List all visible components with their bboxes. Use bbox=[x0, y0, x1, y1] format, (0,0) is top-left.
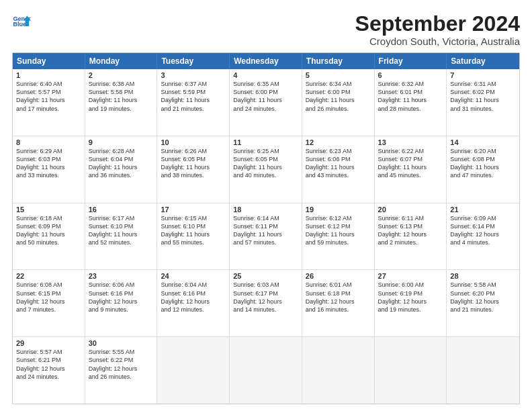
calendar-cell-r1-c5: 13Sunrise: 6:22 AM Sunset: 6:07 PM Dayli… bbox=[375, 136, 447, 203]
day-info: Sunrise: 6:14 AM Sunset: 6:11 PM Dayligh… bbox=[233, 214, 298, 247]
day-info: Sunrise: 6:09 AM Sunset: 6:14 PM Dayligh… bbox=[450, 214, 516, 247]
day-info: Sunrise: 6:20 AM Sunset: 6:08 PM Dayligh… bbox=[450, 147, 516, 180]
calendar-cell-r4-c3 bbox=[230, 337, 302, 404]
subtitle: Croydon South, Victoria, Australia bbox=[355, 36, 520, 47]
day-number: 16 bbox=[89, 205, 154, 214]
header-monday: Monday bbox=[85, 53, 158, 69]
day-info: Sunrise: 6:12 AM Sunset: 6:12 PM Dayligh… bbox=[306, 214, 371, 247]
day-info: Sunrise: 6:34 AM Sunset: 6:00 PM Dayligh… bbox=[306, 80, 371, 113]
day-info: Sunrise: 6:25 AM Sunset: 6:05 PM Dayligh… bbox=[233, 147, 298, 180]
calendar-cell-r4-c6 bbox=[447, 337, 519, 404]
logo-icon: General Blue bbox=[12, 12, 31, 31]
day-number: 17 bbox=[161, 205, 226, 214]
calendar-cell-r1-c6: 14Sunrise: 6:20 AM Sunset: 6:08 PM Dayli… bbox=[447, 136, 519, 203]
day-info: Sunrise: 6:35 AM Sunset: 6:00 PM Dayligh… bbox=[233, 80, 298, 113]
day-info: Sunrise: 6:23 AM Sunset: 6:06 PM Dayligh… bbox=[306, 147, 371, 180]
day-number: 22 bbox=[16, 272, 81, 280]
svg-text:Blue: Blue bbox=[13, 21, 26, 28]
calendar-cell-r0-c6: 7Sunrise: 6:31 AM Sunset: 6:02 PM Daylig… bbox=[447, 69, 519, 136]
calendar-cell-r0-c5: 6Sunrise: 6:32 AM Sunset: 6:01 PM Daylig… bbox=[375, 69, 447, 136]
page: General Blue September 2024 Croydon Sout… bbox=[0, 0, 532, 411]
day-info: Sunrise: 6:40 AM Sunset: 5:57 PM Dayligh… bbox=[16, 80, 81, 113]
day-info: Sunrise: 6:00 AM Sunset: 6:19 PM Dayligh… bbox=[378, 281, 443, 314]
title-block: September 2024 Croydon South, Victoria, … bbox=[355, 12, 520, 47]
day-info: Sunrise: 6:28 AM Sunset: 6:04 PM Dayligh… bbox=[89, 147, 154, 180]
day-number: 5 bbox=[306, 71, 371, 79]
day-info: Sunrise: 6:17 AM Sunset: 6:10 PM Dayligh… bbox=[89, 214, 154, 247]
day-info: Sunrise: 6:26 AM Sunset: 6:05 PM Dayligh… bbox=[161, 147, 226, 180]
day-number: 28 bbox=[450, 272, 516, 280]
day-info: Sunrise: 5:57 AM Sunset: 6:21 PM Dayligh… bbox=[16, 348, 81, 381]
day-info: Sunrise: 6:18 AM Sunset: 6:09 PM Dayligh… bbox=[16, 214, 81, 247]
day-number: 8 bbox=[16, 138, 81, 146]
calendar-cell-r3-c4: 26Sunrise: 6:01 AM Sunset: 6:18 PM Dayli… bbox=[302, 270, 375, 336]
calendar-cell-r3-c6: 28Sunrise: 5:58 AM Sunset: 6:20 PM Dayli… bbox=[447, 270, 519, 336]
calendar-cell-r2-c0: 15Sunrise: 6:18 AM Sunset: 6:09 PM Dayli… bbox=[13, 203, 85, 270]
header-saturday: Saturday bbox=[447, 53, 519, 69]
calendar-cell-r0-c4: 5Sunrise: 6:34 AM Sunset: 6:00 PM Daylig… bbox=[302, 69, 375, 136]
day-number: 9 bbox=[89, 138, 154, 146]
day-number: 11 bbox=[233, 138, 298, 146]
day-number: 27 bbox=[378, 272, 443, 280]
day-number: 10 bbox=[161, 138, 226, 146]
day-info: Sunrise: 6:08 AM Sunset: 6:15 PM Dayligh… bbox=[16, 281, 81, 314]
calendar-cell-r0-c0: 1Sunrise: 6:40 AM Sunset: 5:57 PM Daylig… bbox=[13, 69, 85, 136]
calendar-cell-r1-c1: 9Sunrise: 6:28 AM Sunset: 6:04 PM Daylig… bbox=[85, 136, 158, 203]
main-title: September 2024 bbox=[355, 12, 520, 36]
day-info: Sunrise: 6:15 AM Sunset: 6:10 PM Dayligh… bbox=[161, 214, 226, 247]
header-sunday: Sunday bbox=[13, 53, 85, 69]
calendar-row-0: 1Sunrise: 6:40 AM Sunset: 5:57 PM Daylig… bbox=[13, 69, 519, 136]
day-info: Sunrise: 5:55 AM Sunset: 6:22 PM Dayligh… bbox=[89, 348, 154, 381]
day-number: 26 bbox=[306, 272, 371, 280]
calendar-cell-r1-c0: 8Sunrise: 6:29 AM Sunset: 6:03 PM Daylig… bbox=[13, 136, 85, 203]
calendar-cell-r3-c3: 25Sunrise: 6:03 AM Sunset: 6:17 PM Dayli… bbox=[230, 270, 302, 336]
day-info: Sunrise: 6:32 AM Sunset: 6:01 PM Dayligh… bbox=[378, 80, 443, 113]
calendar-cell-r2-c2: 17Sunrise: 6:15 AM Sunset: 6:10 PM Dayli… bbox=[157, 203, 230, 270]
day-number: 6 bbox=[378, 71, 443, 79]
day-info: Sunrise: 6:29 AM Sunset: 6:03 PM Dayligh… bbox=[16, 147, 81, 180]
calendar-cell-r1-c4: 12Sunrise: 6:23 AM Sunset: 6:06 PM Dayli… bbox=[302, 136, 375, 203]
day-info: Sunrise: 6:22 AM Sunset: 6:07 PM Dayligh… bbox=[378, 147, 443, 180]
calendar-cell-r3-c0: 22Sunrise: 6:08 AM Sunset: 6:15 PM Dayli… bbox=[13, 270, 85, 336]
day-number: 23 bbox=[89, 272, 154, 280]
calendar-cell-r3-c2: 24Sunrise: 6:04 AM Sunset: 6:16 PM Dayli… bbox=[157, 270, 230, 336]
day-info: Sunrise: 5:58 AM Sunset: 6:20 PM Dayligh… bbox=[450, 281, 516, 314]
header: General Blue September 2024 Croydon Sout… bbox=[12, 12, 520, 47]
calendar-cell-r3-c1: 23Sunrise: 6:06 AM Sunset: 6:16 PM Dayli… bbox=[85, 270, 158, 336]
day-info: Sunrise: 6:04 AM Sunset: 6:16 PM Dayligh… bbox=[161, 281, 226, 314]
calendar-cell-r2-c5: 20Sunrise: 6:11 AM Sunset: 6:13 PM Dayli… bbox=[375, 203, 447, 270]
calendar-cell-r4-c2 bbox=[157, 337, 230, 404]
day-info: Sunrise: 6:37 AM Sunset: 5:59 PM Dayligh… bbox=[161, 80, 226, 113]
logo: General Blue bbox=[12, 12, 31, 31]
day-info: Sunrise: 6:06 AM Sunset: 6:16 PM Dayligh… bbox=[89, 281, 154, 314]
header-tuesday: Tuesday bbox=[157, 53, 230, 69]
day-number: 29 bbox=[16, 339, 81, 347]
day-number: 20 bbox=[378, 205, 443, 214]
day-number: 12 bbox=[306, 138, 371, 146]
calendar-cell-r4-c0: 29Sunrise: 5:57 AM Sunset: 6:21 PM Dayli… bbox=[13, 337, 85, 404]
day-number: 1 bbox=[16, 71, 81, 79]
day-number: 25 bbox=[233, 272, 298, 280]
day-number: 18 bbox=[233, 205, 298, 214]
day-number: 7 bbox=[450, 71, 516, 79]
calendar-cell-r2-c3: 18Sunrise: 6:14 AM Sunset: 6:11 PM Dayli… bbox=[230, 203, 302, 270]
header-friday: Friday bbox=[375, 53, 447, 69]
day-number: 14 bbox=[450, 138, 516, 146]
calendar-cell-r4-c5 bbox=[375, 337, 447, 404]
calendar-cell-r2-c4: 19Sunrise: 6:12 AM Sunset: 6:12 PM Dayli… bbox=[302, 203, 375, 270]
day-number: 21 bbox=[450, 205, 516, 214]
day-number: 3 bbox=[161, 71, 226, 79]
calendar-cell-r3-c5: 27Sunrise: 6:00 AM Sunset: 6:19 PM Dayli… bbox=[375, 270, 447, 336]
calendar-row-3: 22Sunrise: 6:08 AM Sunset: 6:15 PM Dayli… bbox=[13, 269, 519, 336]
calendar-cell-r0-c2: 3Sunrise: 6:37 AM Sunset: 5:59 PM Daylig… bbox=[157, 69, 230, 136]
day-number: 24 bbox=[161, 272, 226, 280]
day-number: 4 bbox=[233, 71, 298, 79]
day-number: 30 bbox=[89, 339, 154, 347]
calendar-cell-r2-c1: 16Sunrise: 6:17 AM Sunset: 6:10 PM Dayli… bbox=[85, 203, 158, 270]
day-info: Sunrise: 6:38 AM Sunset: 5:58 PM Dayligh… bbox=[89, 80, 154, 113]
calendar-cell-r4-c4 bbox=[302, 337, 375, 404]
calendar-cell-r0-c1: 2Sunrise: 6:38 AM Sunset: 5:58 PM Daylig… bbox=[85, 69, 158, 136]
calendar-row-1: 8Sunrise: 6:29 AM Sunset: 6:03 PM Daylig… bbox=[13, 136, 519, 203]
calendar-cell-r2-c6: 21Sunrise: 6:09 AM Sunset: 6:14 PM Dayli… bbox=[447, 203, 519, 270]
day-number: 13 bbox=[378, 138, 443, 146]
